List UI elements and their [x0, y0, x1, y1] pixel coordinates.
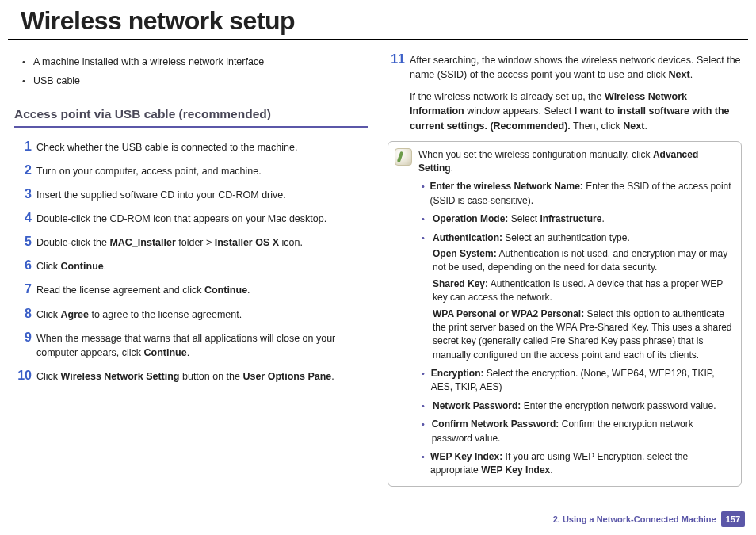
prereq-text: USB cable: [33, 74, 80, 88]
left-column: A machine installed with a wireless netw…: [14, 52, 368, 487]
bullet-icon: [422, 180, 430, 208]
step-text: Read the license agreement and click Con…: [36, 281, 368, 297]
step: 4 Double-click the CD-ROM icon that appe…: [14, 210, 368, 226]
note-item: WEP Key Index: If you are using WEP Encr…: [422, 450, 733, 478]
note-subitem: Open System: Authentication is not used,…: [433, 247, 733, 275]
note-item: Encryption: Select the encryption. (None…: [422, 367, 733, 395]
note-box: When you set the wireless configuration …: [388, 141, 742, 487]
bullet-icon: [422, 367, 431, 395]
step: 9 When the message that warns that all a…: [14, 330, 368, 360]
footer-page-number: 157: [721, 511, 745, 527]
bullet-icon: [422, 231, 433, 245]
note-subitem: WPA Personal or WPA2 Personal: Select th…: [433, 308, 733, 363]
step-text: Click Agree to agree to the license agre…: [36, 306, 368, 322]
note-item-text: Authentication: Select an authentication…: [433, 231, 630, 245]
step-number: 5: [14, 234, 36, 249]
bullet-icon: [22, 74, 33, 88]
step-number: 10: [14, 368, 36, 383]
bullet-icon: [422, 450, 430, 478]
step: 8 Click Agree to agree to the license ag…: [14, 306, 368, 322]
note-item: Confirm Network Password: Confirm the en…: [422, 418, 733, 445]
right-column: 11 After searching, the window shows the…: [388, 52, 742, 487]
section-heading: Access point via USB cable (recommended): [14, 105, 368, 123]
page-footer: 2. Using a Network-Connected Machine 157: [553, 511, 745, 527]
step-number: 8: [14, 306, 36, 321]
step: 6 Click Continue.: [14, 258, 368, 273]
step: 11 After searching, the window shows the…: [388, 52, 742, 133]
note-item: Authentication: Select an authentication…: [422, 231, 733, 245]
step: 10 Click Wireless Network Setting button…: [14, 368, 368, 384]
step-text: Double-click the CD-ROM icon that appear…: [36, 210, 368, 226]
step-number: 11: [388, 52, 410, 67]
step-text: Double-click the MAC_Installer folder > …: [36, 234, 368, 250]
note-item: Network Password: Enter the encryption n…: [422, 399, 733, 413]
bullet-icon: [22, 55, 33, 69]
note-item-text: Network Password: Enter the encryption n…: [433, 399, 716, 413]
note-item-text: Enter the wireless Network Name: Enter t…: [430, 180, 733, 208]
step: 1 Check whether the USB cable is connect…: [14, 139, 368, 155]
pencil-note-icon: [395, 148, 412, 166]
step: 7 Read the license agreement and click C…: [14, 281, 368, 297]
section-heading-rule: [14, 126, 368, 128]
step-text: Turn on your computer, access point, and…: [36, 162, 368, 178]
note-item-text: Encryption: Select the encryption. (None…: [431, 367, 733, 395]
step: 2 Turn on your computer, access point, a…: [14, 162, 368, 178]
step-text: Insert the supplied software CD into you…: [36, 186, 368, 202]
step-number: 7: [14, 281, 36, 296]
step-text: Click Continue.: [36, 258, 368, 273]
bullet-icon: [422, 212, 433, 226]
step: 3 Insert the supplied software CD into y…: [14, 186, 368, 202]
note-item-text: WEP Key Index: If you are using WEP Encr…: [430, 450, 733, 478]
prereq-text: A machine installed with a wireless netw…: [33, 55, 264, 69]
step-text: Click Wireless Network Setting button on…: [36, 368, 368, 384]
note-intro: When you set the wireless configuration …: [418, 148, 733, 176]
step-number: 1: [14, 139, 36, 154]
note-item: Enter the wireless Network Name: Enter t…: [422, 180, 733, 208]
step-text: Check whether the USB cable is connected…: [36, 139, 368, 155]
prereq-item: USB cable: [22, 74, 368, 88]
step-number: 4: [14, 210, 36, 225]
step-number: 2: [14, 162, 36, 178]
prereq-item: A machine installed with a wireless netw…: [22, 55, 368, 69]
bullet-icon: [422, 399, 433, 413]
step: 5 Double-click the MAC_Installer folder …: [14, 234, 368, 250]
step-text: After searching, the window shows the wi…: [410, 52, 742, 133]
bullet-icon: [422, 418, 432, 445]
note-item-text: Operation Mode: Select Infrastructure.: [433, 212, 605, 226]
step-text: When the message that warns that all app…: [36, 330, 368, 360]
step-number: 3: [14, 186, 36, 201]
step-number: 9: [14, 330, 36, 345]
page-title: Wireless network setup: [8, 0, 748, 40]
footer-chapter: 2. Using a Network-Connected Machine: [553, 514, 716, 524]
note-item: Operation Mode: Select Infrastructure.: [422, 212, 733, 226]
note-subitem: Shared Key: Authentication is used. A de…: [433, 277, 733, 305]
step-number: 6: [14, 258, 36, 273]
note-item-text: Confirm Network Password: Confirm the en…: [432, 418, 733, 445]
